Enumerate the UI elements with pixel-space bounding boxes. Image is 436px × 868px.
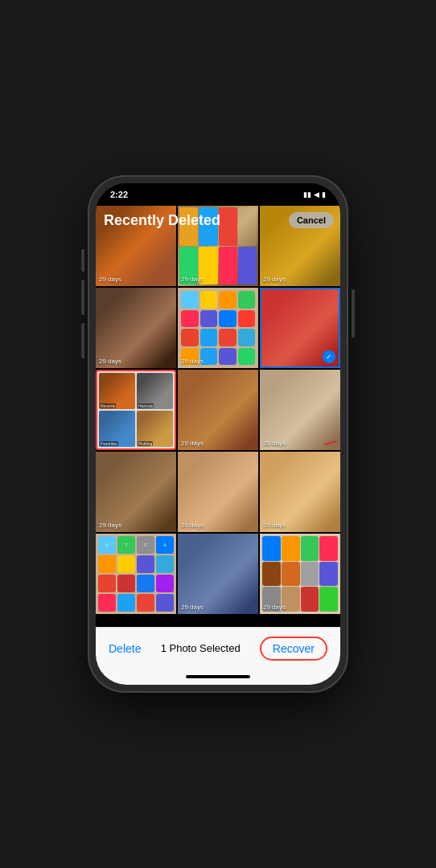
days-label: 29 days — [263, 276, 286, 283]
home-indicator-area — [96, 669, 340, 685]
days-label: 29 days — [181, 522, 204, 529]
bottom-toolbar: Delete 1 Photo Selected Recover — [96, 627, 340, 669]
selection-count: 1 Photo Selected — [161, 642, 241, 654]
photo-cell[interactable]: 29 days — [96, 452, 176, 532]
power-button — [352, 289, 355, 338]
volume-up-button — [81, 280, 84, 315]
phone-frame: 2:22 ▮▮ ◀ ▮ Recently Deleted Cancel 29 d… — [89, 177, 347, 691]
signal-icon: ▮▮ — [303, 190, 311, 199]
photo-cell[interactable]: 29 days — [178, 370, 258, 450]
section-title: Recently Deleted — [104, 212, 220, 229]
days-label: 29 days — [181, 276, 204, 283]
days-label: 29 days — [181, 604, 204, 611]
home-indicator-bar — [186, 675, 250, 678]
photo-area: Recently Deleted Cancel 29 days — [96, 206, 340, 627]
photo-cell[interactable]: 29 days — [260, 452, 340, 532]
days-label: 29 days — [99, 358, 121, 365]
status-icons: ▮▮ ◀ ▮ — [303, 190, 326, 199]
days-label: 29 days — [99, 522, 121, 529]
photo-cell[interactable]: 29 days — [178, 534, 258, 614]
days-label: 29 days — [263, 604, 286, 611]
mute-button — [81, 249, 84, 272]
volume-down-button — [81, 323, 84, 358]
delete-button[interactable]: Delete — [109, 642, 141, 655]
phone-screen: 2:22 ▮▮ ◀ ▮ Recently Deleted Cancel 29 d… — [96, 183, 340, 685]
photo-cell[interactable]: 29 days — [96, 288, 176, 368]
days-label: 29 days — [181, 358, 204, 365]
days-label: 29 days — [181, 440, 204, 447]
photo-cell-screenshot[interactable]: 29 days — [178, 288, 258, 368]
status-time: 2:22 — [110, 190, 128, 199]
photo-cell-screenshot2[interactable]: U T C A — [96, 534, 176, 614]
photo-grid: 29 days — [96, 206, 340, 627]
photo-cell-screenshot3[interactable]: 29 days — [260, 534, 340, 614]
photo-cell-redborder[interactable]: Recents Haircuts Favorites Pickling — [96, 370, 176, 450]
battery-icon: ▮ — [322, 190, 326, 199]
days-label: 29 days — [263, 522, 286, 529]
selected-checkmark: ✓ — [323, 350, 335, 363]
cancel-button[interactable]: Cancel — [289, 212, 334, 228]
days-label: 29 days — [263, 440, 286, 447]
recover-button[interactable]: Recover — [260, 637, 327, 661]
notch — [186, 183, 250, 198]
photo-cell[interactable]: 29 days — [178, 452, 258, 532]
photo-cell-selected[interactable]: ✓ — [260, 288, 340, 368]
days-label: 29 days — [99, 276, 121, 283]
photo-cell[interactable]: 29 days — [260, 370, 340, 450]
wifi-icon: ◀ — [314, 190, 319, 199]
